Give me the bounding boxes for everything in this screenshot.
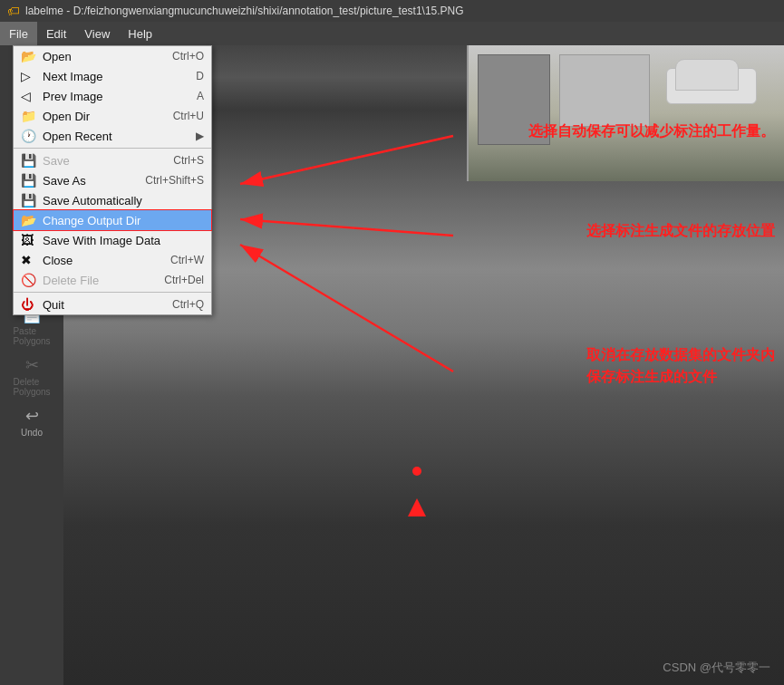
change-output-label: Change Output Dir [43,214,186,227]
save-auto-label: Save Automatically [43,194,186,207]
delete-file-menu-icon: 🚫 [21,273,39,287]
menu-delete-file[interactable]: 🚫 Delete File Ctrl+Del [14,270,211,290]
file-dropdown-menu: 📂 Open Ctrl+O ▷ Next Image D ◁ Prev Imag… [13,45,212,315]
title-bar: 🏷 labelme - D:/feizhongwenxiangmucunchuw… [0,0,784,22]
menu-change-output-dir[interactable]: 📂 Change Output Dir [14,210,211,230]
save-auto-icon: 💾 [21,193,39,207]
delete-polygons-label: DeletePolygons [13,377,50,397]
menu-next-image[interactable]: ▷ Next Image D [14,66,211,86]
save-as-shortcut: Ctrl+Shift+S [145,174,204,187]
quit-label: Quit [43,298,154,312]
title-text: labelme - D:/feizhongwenxiangmucunchuwei… [25,5,464,17]
separator-1 [14,148,211,149]
menu-save-with-image-data[interactable]: 🖼 Save With Image Data [14,230,211,250]
save-shortcut: Ctrl+S [173,154,204,167]
menu-bar: File Edit View Help [0,22,784,45]
save-icon: 💾 [21,153,39,168]
open-recent-label: Open Recent [43,130,178,143]
menu-save-automatically[interactable]: 💾 Save Automatically [14,190,211,210]
paste-polygons-label: PastePolygons [13,326,50,346]
sidebar-undo[interactable]: ↩ Undo [1,402,63,441]
delete-file-shortcut: Ctrl+Del [164,274,204,286]
quit-shortcut: Ctrl+Q [172,298,204,311]
close-icon: ✖ [21,253,39,267]
menu-view[interactable]: View [75,22,119,45]
change-output-icon: 📂 [21,213,39,227]
prev-image-icon: ◁ [21,89,39,103]
menu-close[interactable]: ✖ Close Ctrl+W [14,250,211,270]
watermark: CSDN @代号零零一 [663,660,770,676]
separator-2 [14,292,211,293]
quit-icon: ⏻ [21,297,39,312]
next-image-label: Next Image [43,70,178,83]
open-dir-icon: 📁 [21,109,39,123]
save-as-label: Save As [43,174,127,188]
app-icon: 🏷 [7,4,20,18]
undo-label: Undo [21,428,43,438]
next-image-shortcut: D [196,70,204,82]
open-recent-icon: 🕐 [21,129,39,143]
menu-help[interactable]: Help [119,22,161,45]
undo-icon: ↩ [25,406,39,426]
menu-quit[interactable]: ⏻ Quit Ctrl+Q [14,294,211,314]
open-label: Open [43,50,154,63]
menu-save-as[interactable]: 💾 Save As Ctrl+Shift+S [14,170,211,190]
next-image-icon: ▷ [21,69,39,83]
sidebar-delete-polygons[interactable]: ✂ DeletePolygons [1,352,63,400]
menu-open-recent[interactable]: 🕐 Open Recent ▶ [14,126,211,146]
save-image-data-icon: 🖼 [21,233,39,247]
save-as-icon: 💾 [21,173,39,188]
menu-file[interactable]: File [0,22,37,45]
menu-prev-image[interactable]: ◁ Prev Image A [14,86,211,106]
open-recent-arrow: ▶ [196,130,204,142]
prev-image-label: Prev Image [43,90,179,103]
save-image-data-label: Save With Image Data [43,234,186,247]
delete-polygons-icon: ✂ [25,355,39,375]
menu-open[interactable]: 📂 Open Ctrl+O [14,46,211,66]
open-icon: 📂 [21,49,39,63]
close-shortcut: Ctrl+W [170,254,204,266]
menu-edit[interactable]: Edit [37,22,75,45]
save-label: Save [43,154,155,168]
close-label: Close [43,254,152,267]
open-dir-shortcut: Ctrl+U [173,110,204,122]
building-area [467,45,784,181]
menu-save[interactable]: 💾 Save Ctrl+S [14,150,211,170]
menu-open-dir[interactable]: 📁 Open Dir Ctrl+U [14,106,211,126]
prev-image-shortcut: A [197,90,204,102]
open-dir-label: Open Dir [43,110,155,123]
open-shortcut: Ctrl+O [172,50,204,63]
delete-file-menu-label: Delete File [43,274,146,287]
